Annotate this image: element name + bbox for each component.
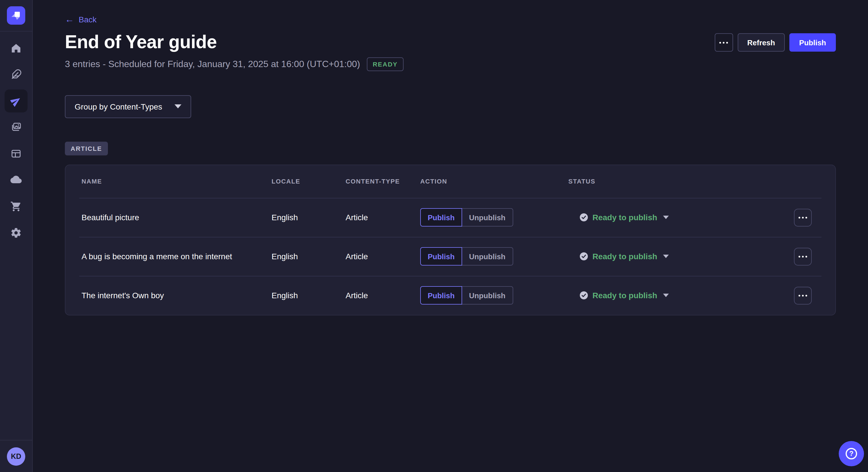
header-more-button[interactable] bbox=[714, 33, 733, 52]
cloud-icon bbox=[10, 174, 22, 186]
user-avatar[interactable]: KD bbox=[7, 447, 25, 465]
entry-locale: English bbox=[272, 213, 346, 222]
sidebar-item-cloud[interactable] bbox=[5, 169, 28, 192]
row-more-button[interactable] bbox=[794, 287, 812, 305]
release-subtitle: 3 entries - Scheduled for Friday, Januar… bbox=[65, 59, 360, 69]
entry-locale: English bbox=[272, 291, 346, 300]
entry-status-label: Ready to publish bbox=[592, 252, 657, 261]
entry-status-label: Ready to publish bbox=[592, 291, 657, 300]
row-more-button[interactable] bbox=[794, 209, 812, 227]
column-header-content-type: CONTENT-TYPE bbox=[346, 178, 420, 185]
entry-locale: English bbox=[272, 252, 346, 261]
help-icon: ? bbox=[846, 448, 857, 460]
sidebar-nav bbox=[5, 32, 28, 244]
settings-icon bbox=[10, 227, 22, 239]
row-unpublish-button[interactable]: Unpublish bbox=[462, 247, 513, 266]
sidebar-item-content-type-builder[interactable] bbox=[5, 142, 28, 165]
chevron-down-icon bbox=[663, 216, 669, 220]
table-row: A bug is becoming a meme on the internet… bbox=[79, 237, 822, 276]
main-content: ← Back End of Year guide Refresh Publish… bbox=[33, 0, 868, 472]
entry-name: Beautiful picture bbox=[79, 213, 272, 222]
sidebar: KD bbox=[0, 0, 33, 472]
back-link[interactable]: ← Back bbox=[65, 15, 96, 24]
subtitle-row: 3 entries - Scheduled for Friday, Januar… bbox=[65, 57, 836, 71]
column-header-status: STATUS bbox=[568, 178, 794, 185]
home-icon bbox=[10, 42, 22, 54]
sidebar-item-marketplace[interactable] bbox=[5, 195, 28, 218]
title-row: End of Year guide Refresh Publish bbox=[65, 32, 836, 53]
publish-release-button[interactable]: Publish bbox=[789, 33, 836, 52]
sidebar-item-content-manager[interactable] bbox=[5, 63, 28, 86]
entry-action-cell: Publish Unpublish bbox=[420, 247, 568, 266]
media-library-icon bbox=[10, 122, 22, 133]
column-header-action: ACTION bbox=[420, 178, 568, 185]
entry-content-type: Article bbox=[346, 252, 420, 261]
check-circle-icon bbox=[580, 292, 588, 300]
more-options-icon bbox=[799, 256, 807, 258]
ready-status-badge: READY bbox=[367, 57, 403, 71]
help-button[interactable]: ? bbox=[839, 441, 864, 466]
table-header-row: NAME LOCALE CONTENT-TYPE ACTION STATUS bbox=[79, 165, 822, 198]
back-row: ← Back bbox=[65, 0, 836, 25]
content-manager-icon bbox=[10, 69, 22, 80]
entry-status-label: Ready to publish bbox=[592, 213, 657, 222]
back-arrow-icon: ← bbox=[65, 15, 74, 24]
content-type-builder-icon bbox=[10, 148, 22, 160]
page-title: End of Year guide bbox=[65, 32, 217, 53]
entry-action-cell: Publish Unpublish bbox=[420, 286, 568, 305]
sidebar-item-settings[interactable] bbox=[5, 222, 28, 244]
column-header-locale: LOCALE bbox=[272, 178, 346, 185]
entry-content-type: Article bbox=[346, 213, 420, 222]
sidebar-item-releases[interactable] bbox=[5, 90, 28, 112]
check-circle-icon bbox=[580, 252, 588, 261]
chevron-down-icon bbox=[663, 255, 669, 258]
table-row: The internet's Own boy English Article P… bbox=[79, 276, 822, 315]
logo-area bbox=[0, 0, 32, 32]
row-publish-button[interactable]: Publish bbox=[420, 286, 462, 305]
more-options-icon bbox=[799, 295, 807, 297]
row-more-button[interactable] bbox=[794, 248, 812, 266]
sidebar-item-media-library[interactable] bbox=[5, 116, 28, 139]
entry-status-dropdown[interactable]: Ready to publish bbox=[568, 291, 669, 300]
chevron-down-icon bbox=[175, 105, 181, 109]
chevron-down-icon bbox=[663, 294, 669, 297]
entry-name: The internet's Own boy bbox=[79, 291, 272, 300]
entry-name: A bug is becoming a meme on the internet bbox=[79, 252, 272, 261]
entry-status-dropdown[interactable]: Ready to publish bbox=[568, 252, 669, 261]
row-publish-button[interactable]: Publish bbox=[420, 247, 462, 266]
entry-status-dropdown[interactable]: Ready to publish bbox=[568, 213, 669, 222]
check-circle-icon bbox=[580, 214, 588, 222]
strapi-logo-icon[interactable] bbox=[7, 6, 25, 25]
content-group-badge: ARTICLE bbox=[65, 142, 107, 156]
strapi-logo-glyph bbox=[9, 9, 23, 22]
entries-table-panel: NAME LOCALE CONTENT-TYPE ACTION STATUS B… bbox=[65, 165, 836, 315]
row-unpublish-button[interactable]: Unpublish bbox=[462, 208, 513, 227]
sidebar-item-home[interactable] bbox=[5, 37, 28, 60]
row-publish-button[interactable]: Publish bbox=[420, 208, 462, 227]
app-window: KD ← Back End of Year guide Refresh Publ… bbox=[0, 0, 868, 472]
group-by-value: Group by Content-Types bbox=[74, 102, 162, 111]
back-label: Back bbox=[79, 15, 96, 24]
more-options-icon bbox=[799, 217, 807, 218]
header-actions: Refresh Publish bbox=[714, 33, 836, 52]
marketplace-icon bbox=[10, 201, 22, 212]
entry-action-cell: Publish Unpublish bbox=[420, 208, 568, 227]
table-row: Beautiful picture English Article Publis… bbox=[79, 198, 822, 237]
group-by-select[interactable]: Group by Content-Types bbox=[65, 95, 191, 118]
more-options-icon bbox=[719, 42, 728, 43]
sidebar-footer: KD bbox=[0, 440, 32, 472]
row-unpublish-button[interactable]: Unpublish bbox=[462, 286, 513, 305]
column-header-name: NAME bbox=[79, 178, 272, 185]
refresh-button[interactable]: Refresh bbox=[737, 33, 785, 52]
entry-content-type: Article bbox=[346, 291, 420, 300]
releases-icon bbox=[10, 95, 22, 107]
